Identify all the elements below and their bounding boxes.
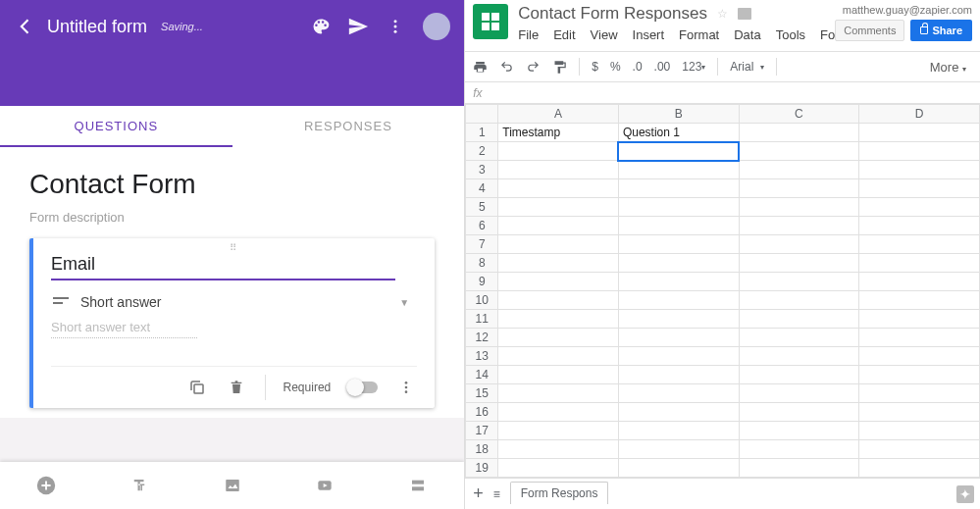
cell[interactable] [859, 142, 980, 161]
cell[interactable] [739, 161, 859, 179]
row-header[interactable]: 8 [466, 254, 498, 273]
cell[interactable] [498, 459, 619, 478]
cell[interactable] [859, 254, 980, 273]
cell[interactable] [618, 179, 739, 198]
menu-form[interactable]: Fo [820, 27, 835, 42]
cell[interactable] [498, 403, 619, 422]
row-header[interactable]: 13 [466, 347, 498, 366]
cell[interactable] [739, 347, 859, 366]
cell[interactable] [618, 366, 739, 384]
row-header[interactable]: 5 [466, 198, 498, 217]
cell[interactable] [859, 291, 980, 310]
cell[interactable] [618, 161, 739, 179]
cell[interactable] [739, 217, 859, 235]
cell[interactable] [618, 198, 739, 217]
sheet-tab[interactable]: Form Respons [510, 482, 609, 504]
menu-insert[interactable]: Insert [633, 27, 665, 42]
sheets-logo-icon[interactable] [473, 4, 508, 39]
column-header[interactable]: A [498, 105, 619, 124]
cell[interactable] [859, 422, 980, 440]
cell[interactable] [498, 273, 619, 291]
cell[interactable]: Question 1 [618, 124, 739, 142]
menu-data[interactable]: Data [734, 27, 760, 42]
row-header[interactable]: 9 [466, 273, 498, 291]
row-header[interactable]: 11 [466, 310, 498, 329]
cell[interactable] [498, 217, 619, 235]
star-icon[interactable]: ☆ [717, 7, 728, 21]
row-header[interactable]: 1 [466, 124, 498, 142]
cell[interactable] [739, 459, 859, 478]
cell[interactable] [498, 329, 619, 347]
cell[interactable] [498, 142, 619, 161]
cell[interactable] [618, 217, 739, 235]
cell[interactable] [618, 254, 739, 273]
comments-button[interactable]: Comments [835, 20, 904, 41]
cell[interactable] [498, 366, 619, 384]
question-more-icon[interactable] [395, 377, 417, 398]
cell[interactable] [618, 273, 739, 291]
cell[interactable] [859, 329, 980, 347]
cell[interactable] [859, 310, 980, 329]
question-type-select[interactable]: Short answer ▼ [51, 294, 417, 310]
cell[interactable] [618, 329, 739, 347]
cell[interactable] [498, 440, 619, 459]
required-toggle[interactable] [348, 382, 378, 393]
cell[interactable] [739, 124, 859, 142]
row-header[interactable]: 2 [466, 142, 498, 161]
row-header[interactable]: 14 [466, 366, 498, 384]
cell[interactable] [739, 422, 859, 440]
row-header[interactable]: 12 [466, 329, 498, 347]
cell[interactable] [859, 366, 980, 384]
cell[interactable] [618, 235, 739, 254]
row-header[interactable]: 15 [466, 384, 498, 403]
row-header[interactable]: 7 [466, 235, 498, 254]
account-avatar[interactable] [423, 13, 450, 40]
decrease-decimal[interactable]: .0 [633, 60, 643, 74]
cell[interactable] [859, 124, 980, 142]
row-header[interactable]: 10 [466, 291, 498, 310]
cell[interactable] [859, 217, 980, 235]
cell[interactable] [618, 384, 739, 403]
cell[interactable] [498, 161, 619, 179]
spreadsheet-grid[interactable]: ABCD1TimestampQuestion 12345678910111213… [465, 104, 980, 478]
row-header[interactable]: 6 [466, 217, 498, 235]
question-title-input[interactable] [51, 252, 395, 280]
cell[interactable] [618, 291, 739, 310]
cell[interactable] [618, 142, 739, 161]
cell[interactable] [739, 179, 859, 198]
row-header[interactable]: 19 [466, 459, 498, 478]
add-question-icon[interactable] [33, 473, 59, 498]
cell[interactable] [739, 142, 859, 161]
form-document-title[interactable]: Untitled form [47, 17, 147, 37]
add-section-icon[interactable] [405, 473, 431, 498]
duplicate-icon[interactable] [186, 377, 208, 398]
palette-icon[interactable] [307, 13, 335, 40]
menu-file[interactable]: File [518, 27, 539, 42]
question-card[interactable]: ⠿ Short answer ▼ Short answer text Requi… [29, 238, 435, 408]
undo-icon[interactable] [499, 60, 514, 74]
cell[interactable] [859, 459, 980, 478]
cell[interactable] [618, 459, 739, 478]
cell[interactable] [859, 440, 980, 459]
row-header[interactable]: 16 [466, 403, 498, 422]
row-header[interactable]: 4 [466, 179, 498, 198]
column-header[interactable]: B [618, 105, 739, 124]
cell[interactable] [498, 347, 619, 366]
cell[interactable] [859, 179, 980, 198]
cell[interactable] [739, 291, 859, 310]
folder-icon[interactable] [738, 8, 751, 20]
cell[interactable] [859, 403, 980, 422]
cell[interactable] [618, 403, 739, 422]
cell[interactable] [739, 384, 859, 403]
cell[interactable] [498, 422, 619, 440]
cell[interactable] [739, 235, 859, 254]
send-icon[interactable] [344, 13, 372, 40]
all-sheets-icon[interactable]: ≡ [493, 487, 500, 501]
row-header[interactable]: 18 [466, 440, 498, 459]
cell[interactable] [859, 347, 980, 366]
formula-bar[interactable]: fx [465, 82, 980, 104]
increase-decimal[interactable]: .00 [654, 60, 671, 74]
cell[interactable] [618, 347, 739, 366]
cell[interactable] [739, 273, 859, 291]
form-description[interactable]: Form description [29, 210, 435, 225]
